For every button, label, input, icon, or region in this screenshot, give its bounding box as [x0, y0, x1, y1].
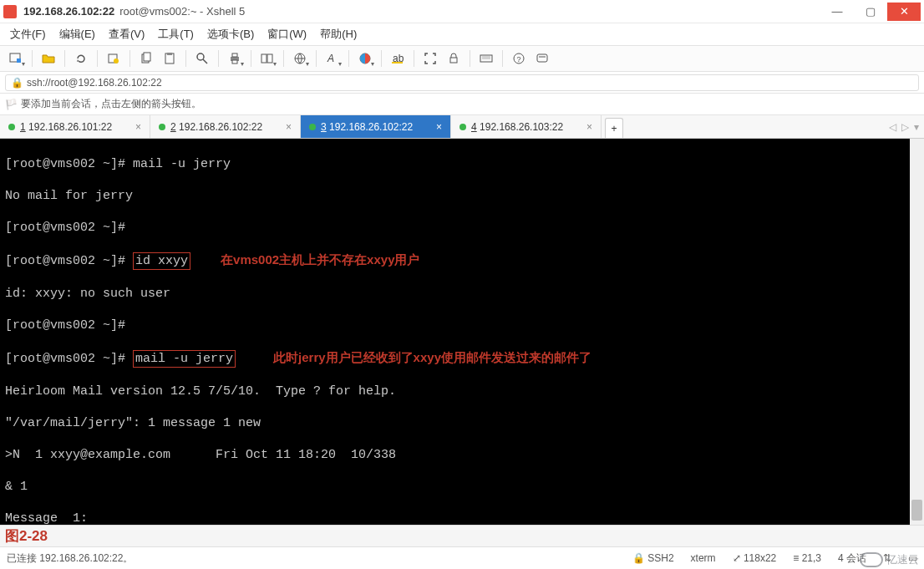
tab-close-icon[interactable]: × [586, 121, 592, 133]
menu-file[interactable]: 文件(F) [5, 25, 51, 43]
svg-point-3 [114, 58, 119, 64]
svg-rect-5 [144, 53, 150, 61]
new-tab-button[interactable]: + [605, 118, 623, 138]
annotation-text: 在vms002主机上并不存在xxyy用户 [221, 252, 419, 267]
divider [218, 50, 219, 67]
tab-scroll-right-icon[interactable]: ▷ [901, 121, 909, 133]
sessions-panel-button[interactable]: ▾ [256, 48, 278, 69]
properties-button[interactable] [103, 48, 124, 69]
status-ssh: 🔒 SSH2 [632, 552, 674, 564]
divider [185, 50, 186, 67]
tab-close-icon[interactable]: × [135, 121, 141, 133]
session-tab-3[interactable]: 3 192.168.26.102:22 × [301, 115, 451, 138]
annotation-text: 此时jerry用户已经收到了xxyy使用邮件发送过来的邮件了 [273, 350, 591, 364]
divider [414, 50, 414, 67]
tab-scroll-left-icon[interactable]: ◁ [889, 121, 896, 133]
font-button[interactable]: A▾ [322, 48, 343, 69]
session-tab-bar: 1 192.168.26.101:22 × 2 192.168.26.102:2… [0, 115, 924, 139]
divider [32, 50, 33, 67]
session-tab-1[interactable]: 1 192.168.26.101:22 × [0, 115, 150, 138]
tab-close-icon[interactable]: × [436, 121, 442, 133]
highlight-box: id xxyy [133, 252, 190, 270]
divider [64, 50, 65, 67]
open-button[interactable] [38, 48, 59, 69]
svg-rect-7 [167, 53, 172, 55]
menu-edit[interactable]: 编辑(E) [54, 25, 100, 43]
menu-help[interactable]: 帮助(H) [315, 25, 362, 43]
window-controls: — ▢ ✕ [820, 3, 921, 21]
terminal-line: [root@vms002 ~]# mail -u jerry 此时jerry用户… [5, 349, 919, 368]
bookmark-icon[interactable]: 🏳️ [5, 99, 18, 110]
tab-close-icon[interactable]: × [286, 121, 292, 133]
divider [316, 50, 317, 67]
cloud-icon [860, 552, 883, 567]
terminal-line: id: xxyy: no such user [5, 286, 919, 302]
menu-bar: 文件(F) 编辑(E) 查看(V) 工具(T) 选项卡(B) 窗口(W) 帮助(… [0, 23, 924, 45]
tab-list-icon[interactable]: ▾ [914, 121, 919, 133]
lock-button[interactable] [443, 48, 465, 69]
svg-rect-20 [450, 58, 457, 63]
color-button[interactable]: ▾ [354, 48, 376, 69]
figure-label-bar: 图2-28 [0, 525, 924, 546]
lock-icon: 🔒 [11, 77, 23, 89]
scrollbar-thumb[interactable] [911, 500, 922, 521]
svg-rect-1 [17, 58, 21, 63]
tab-scroll-controls: ◁ ▷ ▾ [884, 115, 924, 138]
scrollbar-track[interactable] [910, 139, 924, 525]
watermark-text: 亿速云 [886, 552, 919, 567]
reconnect-button[interactable] [70, 48, 92, 69]
status-connection: 已连接 192.168.26.102:22。 [7, 551, 133, 566]
maximize-button[interactable]: ▢ [854, 3, 887, 21]
menu-window[interactable]: 窗口(W) [262, 25, 312, 43]
session-tab-4[interactable]: 4 192.168.26.103:22 × [451, 115, 602, 138]
fullscreen-button[interactable] [419, 48, 441, 69]
help-button[interactable]: ? [508, 48, 530, 69]
find-button[interactable] [191, 48, 213, 69]
address-url: ssh://root@192.168.26.102:22 [27, 77, 162, 89]
terminal-line: Heirloom Mail version 12.5 7/5/10. Type … [5, 384, 919, 399]
svg-text:A: A [327, 53, 334, 64]
status-dot-icon [309, 124, 316, 130]
svg-rect-14 [267, 54, 272, 63]
minimize-button[interactable]: — [820, 3, 854, 21]
toolbar: ▾ ▾ ▾ ▾ A▾ ▾ ab ? [0, 45, 924, 72]
svg-rect-12 [232, 60, 237, 64]
divider [129, 50, 130, 67]
divider [97, 50, 98, 67]
terminal-line: [root@vms002 ~]# [5, 318, 919, 333]
encoding-button[interactable]: ▾ [289, 48, 311, 69]
new-session-button[interactable]: ▾ [5, 48, 27, 69]
menu-view[interactable]: 查看(V) [104, 25, 150, 43]
svg-rect-26 [537, 54, 547, 62]
watermark: 亿速云 [860, 552, 919, 567]
highlight-box: mail -u jerry [133, 350, 236, 368]
divider [502, 50, 503, 67]
tip-text: 要添加当前会话，点击左侧的箭头按钮。 [21, 97, 201, 111]
menu-tools[interactable]: 工具(T) [153, 25, 199, 43]
print-button[interactable]: ▾ [224, 48, 246, 69]
paste-button[interactable] [159, 48, 180, 69]
keyboard-button[interactable] [475, 48, 497, 69]
status-term-type: xterm [691, 552, 716, 564]
svg-rect-11 [232, 53, 237, 57]
divider [348, 50, 349, 67]
svg-rect-19 [392, 62, 403, 64]
tip-bar: 🏳️ 要添加当前会话，点击左侧的箭头按钮。 [0, 94, 924, 115]
svg-rect-13 [261, 54, 267, 63]
close-button[interactable]: ✕ [887, 3, 921, 21]
terminal-output[interactable]: [root@vms002 ~]# mail -u jerry No mail f… [0, 139, 924, 525]
menu-tabs[interactable]: 选项卡(B) [202, 25, 259, 43]
status-cursor-pos: ≡ 21,3 [793, 552, 821, 564]
highlight-button[interactable]: ab [387, 48, 409, 69]
address-bar: 🔒 ssh://root@192.168.26.102:22 [0, 72, 924, 94]
session-tab-2[interactable]: 2 192.168.26.102:22 × [150, 115, 301, 138]
window-title-host: 192.168.26.102:22 [23, 5, 114, 18]
copy-button[interactable] [135, 48, 157, 69]
terminal-line: Message 1: [5, 511, 919, 525]
compose-button[interactable] [531, 48, 553, 69]
divider [470, 50, 470, 67]
terminal-line: [root@vms002 ~]# mail -u jerry [5, 156, 919, 172]
address-field[interactable]: 🔒 ssh://root@192.168.26.102:22 [5, 74, 919, 91]
status-dot-icon [8, 124, 15, 130]
status-dot-icon [459, 124, 466, 130]
